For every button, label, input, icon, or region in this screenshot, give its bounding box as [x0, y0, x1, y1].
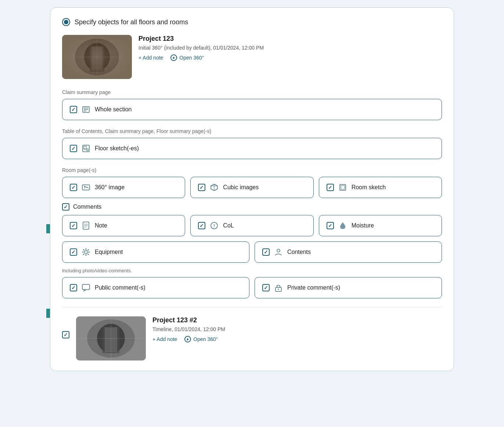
svg-rect-22: [340, 184, 346, 190]
cubic-images-checkbox[interactable]: [198, 184, 205, 191]
360-image-item[interactable]: 360° image: [62, 177, 185, 198]
room-pages-label: Room page(-s): [62, 167, 442, 173]
toc-section: Table of Contents, Claim summary page, F…: [62, 128, 442, 159]
svg-marker-9: [173, 57, 175, 59]
360-image-icon: [81, 182, 91, 193]
whole-section-item[interactable]: Whole section: [62, 99, 442, 120]
room-pages-section: Room page(-s) 360° image Cubic images: [62, 167, 442, 198]
project2-date: Timeline, 01/01/2024, 12:00 PM: [152, 326, 225, 332]
equipment-icon: [81, 247, 91, 257]
svg-line-36: [88, 254, 89, 255]
comments-header: Comments: [62, 203, 442, 211]
project2-row: Project 123 #2 Timeline, 01/01/2024, 12:…: [62, 316, 442, 360]
contents-item[interactable]: Contents: [255, 241, 442, 263]
public-comment-item[interactable]: Public comment(-s): [62, 277, 249, 298]
comments-checkbox[interactable]: [62, 203, 69, 211]
moisture-icon: [338, 220, 348, 231]
floor-sketch-checkbox[interactable]: [70, 145, 77, 152]
project2-info: Project 123 #2 Timeline, 01/01/2024, 12:…: [152, 316, 225, 342]
svg-point-30: [84, 251, 87, 254]
project1-name: Project 123: [138, 35, 264, 43]
private-comment-item[interactable]: Private comment(-s): [255, 277, 442, 298]
claim-summary-section: Claim summary page Whole section: [62, 89, 442, 120]
project2-thumbnail: [76, 316, 146, 360]
floor-sketch-item[interactable]: Floor sketch(-es): [62, 138, 442, 159]
whole-section-label: Whole section: [95, 106, 132, 113]
svg-line-38: [83, 254, 84, 255]
project1-info: Project 123 Initial 360° (included by de…: [138, 35, 264, 61]
360-image-checkbox[interactable]: [70, 184, 77, 191]
note-checkbox[interactable]: [70, 222, 77, 229]
room-sketch-checkbox[interactable]: [327, 184, 334, 191]
comments-row3: Public comment(-s) Private comment(-s): [62, 277, 442, 298]
project2-checkbox-wrapper: [62, 316, 69, 338]
cubic-images-item[interactable]: Cubic images: [190, 177, 313, 198]
public-comment-checkbox[interactable]: [70, 284, 77, 291]
play-icon-2: [184, 336, 191, 342]
header-title: Specify objects for all floors and rooms: [75, 18, 188, 26]
svg-point-4: [84, 43, 110, 71]
moisture-label: Moisture: [352, 222, 374, 229]
whole-section-icon: [81, 104, 91, 115]
cubic-images-icon: [209, 182, 219, 193]
room-sketch-icon: [338, 182, 348, 193]
photo-video-sublabel: Including photo/video comments.: [62, 268, 442, 273]
room-sketch-item[interactable]: Room sketch: [319, 177, 442, 198]
thumbnail-svg: [62, 35, 132, 79]
contents-checkbox[interactable]: [262, 248, 270, 256]
public-comment-label: Public comment(-s): [95, 284, 145, 291]
svg-point-3: [75, 39, 119, 75]
svg-rect-16: [87, 149, 88, 151]
moisture-checkbox[interactable]: [327, 222, 334, 229]
project2-actions: + Add note Open 360°: [152, 336, 225, 342]
svg-rect-40: [82, 284, 90, 290]
equipment-checkbox[interactable]: [70, 248, 77, 256]
private-comment-checkbox[interactable]: [262, 284, 270, 291]
project1-row: Project 123 Initial 360° (included by de…: [62, 35, 442, 79]
project1-actions: + Add note Open 360°: [138, 54, 264, 61]
svg-point-39: [277, 249, 280, 252]
svg-rect-23: [341, 186, 345, 189]
floor-sketch-label: Floor sketch(-es): [95, 145, 139, 152]
col-checkbox[interactable]: [198, 222, 205, 229]
room-sketch-label: Room sketch: [352, 184, 386, 191]
contents-label: Contents: [287, 249, 311, 255]
svg-text:!: !: [213, 223, 215, 228]
radio-button[interactable]: [62, 18, 70, 26]
project2-add-note-button[interactable]: + Add note: [152, 336, 177, 342]
header-row: Specify objects for all floors and rooms: [62, 18, 442, 26]
section-divider: [62, 307, 442, 308]
project2-thumbnail-svg: [76, 316, 146, 360]
note-item[interactable]: Note: [62, 215, 185, 236]
project1-add-note-button[interactable]: + Add note: [138, 54, 163, 61]
project1-date: Initial 360° (included by default), 01/0…: [138, 45, 264, 51]
360-image-label: 360° image: [95, 184, 125, 191]
col-item[interactable]: ! CoL: [190, 215, 313, 236]
claim-summary-label: Claim summary page: [62, 89, 442, 95]
project2-open-360-button[interactable]: Open 360°: [184, 336, 218, 342]
room-pages-grid: 360° image Cubic images Room sketch: [62, 177, 442, 198]
svg-marker-50: [187, 338, 189, 341]
play-icon: [170, 54, 177, 61]
svg-rect-18: [82, 185, 90, 190]
project2-checkbox[interactable]: [62, 331, 69, 338]
main-card: Specify objects for all floors and rooms: [50, 7, 454, 371]
comments-row1: Note ! CoL Moisture: [62, 215, 442, 236]
svg-point-19: [84, 186, 85, 187]
project2-name: Project 123 #2: [152, 316, 225, 324]
note-label: Note: [95, 222, 107, 229]
comments-row2: Equipment Contents: [62, 241, 442, 263]
contents-icon: [273, 247, 284, 257]
comments-section: Comments Note ! CoL: [62, 203, 442, 298]
svg-point-42: [278, 289, 279, 290]
svg-rect-6: [91, 47, 102, 71]
private-comment-label: Private comment(-s): [287, 284, 340, 291]
svg-line-37: [88, 250, 89, 251]
equipment-item[interactable]: Equipment: [62, 241, 249, 263]
cubic-images-label: Cubic images: [223, 184, 259, 191]
comments-label: Comments: [73, 204, 101, 210]
col-label: CoL: [223, 222, 234, 229]
moisture-item[interactable]: Moisture: [319, 215, 442, 236]
project1-open-360-button[interactable]: Open 360°: [170, 54, 204, 61]
whole-section-checkbox[interactable]: [70, 106, 77, 113]
